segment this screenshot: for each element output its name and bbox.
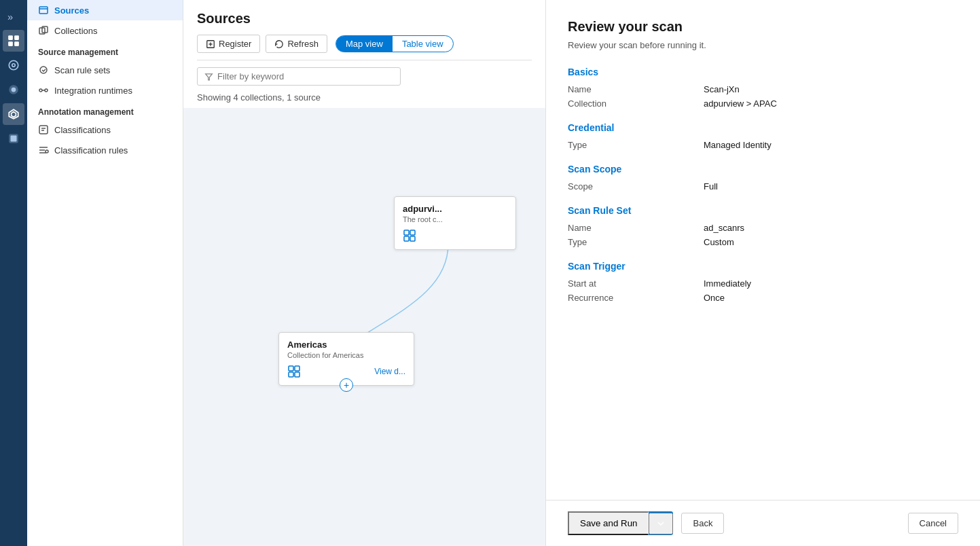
sidebar-item-scan-rule-sets[interactable]: Scan rule sets	[27, 60, 183, 80]
basics-section: Basics Name Scan-jXn Collection adpurvie…	[568, 67, 958, 109]
save-and-run-dropdown-button[interactable]	[649, 513, 673, 534]
view-toggle: Map view Table view	[335, 35, 454, 52]
scan-scope-label: Scope	[568, 181, 704, 192]
svg-rect-32	[410, 236, 415, 241]
sidebar-item-classifications[interactable]: Classifications	[27, 120, 183, 140]
home-nav-icon[interactable]	[3, 30, 24, 52]
review-title: Review your scan	[568, 19, 958, 35]
svg-rect-34	[295, 366, 300, 371]
basics-collection-row: Collection adpurview > APAC	[568, 98, 958, 109]
americas-grid-icon	[287, 365, 301, 378]
scan-rule-set-type-value: Custom	[704, 237, 734, 247]
basics-collection-value: adpurview > APAC	[704, 98, 777, 109]
scan-rule-set-section: Scan Rule Set Name ad_scanrs Type Custom	[568, 205, 958, 247]
adpurview-card-icons	[403, 229, 507, 242]
svg-point-18	[39, 89, 42, 92]
filter-bar	[183, 60, 545, 92]
policy-nav-icon[interactable]	[3, 128, 24, 149]
showing-count-text: Showing 4 collections, 1 source	[183, 92, 545, 108]
svg-rect-31	[404, 236, 409, 241]
svg-point-6	[12, 64, 16, 67]
page-title: Sources	[197, 11, 532, 26]
credential-type-row: Type Managed Identity	[568, 140, 958, 150]
svg-rect-1	[8, 35, 13, 40]
adpurview-card: adpurvi... The root c...	[394, 196, 516, 250]
scan-rule-set-name-row: Name ad_scanrs	[568, 223, 958, 233]
table-view-button[interactable]: Table view	[393, 36, 453, 52]
save-and-run-button-group: Save and Run	[568, 511, 673, 535]
scan-trigger-recurrence-value: Once	[704, 293, 725, 303]
scan-trigger-start-value: Immediately	[704, 278, 751, 289]
sidebar-item-integration-runtimes[interactable]: Integration runtimes	[27, 80, 183, 101]
basics-name-row: Name Scan-jXn	[568, 84, 958, 94]
basics-name-label: Name	[568, 84, 704, 94]
sidebar-item-collections[interactable]: Collections	[27, 20, 183, 41]
sidebar-item-sources[interactable]: Sources	[27, 0, 183, 20]
credential-section: Credential Type Managed Identity	[568, 122, 958, 150]
scan-trigger-recurrence-row: Recurrence Once	[568, 293, 958, 303]
svg-point-8	[12, 88, 16, 92]
svg-point-17	[40, 67, 47, 73]
back-button[interactable]: Back	[681, 513, 724, 534]
map-view-button[interactable]: Map view	[336, 36, 393, 52]
annotation-management-section: Annotation management	[27, 101, 183, 120]
source-management-section: Source management	[27, 41, 183, 60]
scan-scope-row: Scope Full	[568, 181, 958, 192]
svg-text:»: »	[7, 12, 13, 22]
refresh-button[interactable]: Refresh	[266, 35, 327, 53]
cancel-button[interactable]: Cancel	[908, 513, 958, 534]
credential-type-value: Managed Identity	[704, 140, 772, 150]
credential-type-label: Type	[568, 140, 704, 150]
save-and-run-button[interactable]: Save and Run	[568, 511, 649, 535]
svg-rect-3	[8, 41, 13, 46]
connector-lines	[183, 108, 545, 546]
scan-trigger-section-title: Scan Trigger	[568, 261, 958, 272]
scan-rule-set-name-value: ad_scanrs	[704, 223, 744, 233]
scan-scope-section-title: Scan Scope	[568, 164, 958, 175]
filter-input-wrapper	[197, 67, 401, 86]
svg-rect-13	[39, 7, 48, 14]
sidebar-item-classification-rules[interactable]: Classification rules	[27, 140, 183, 160]
svg-point-19	[45, 89, 48, 92]
svg-rect-29	[404, 230, 409, 235]
svg-rect-35	[289, 372, 293, 377]
svg-rect-33	[289, 366, 293, 371]
americas-card: Americas Collection for Americas View d.…	[278, 332, 414, 386]
scan-trigger-section: Scan Trigger Start at Immediately Recurr…	[568, 261, 958, 303]
scan-rule-set-type-row: Type Custom	[568, 237, 958, 247]
filter-icon	[204, 72, 213, 81]
americas-view-detail-link[interactable]: View d...	[374, 367, 405, 376]
svg-rect-12	[11, 136, 17, 142]
americas-card-title: Americas	[287, 340, 405, 350]
basics-section-title: Basics	[568, 67, 958, 77]
svg-point-24	[46, 150, 48, 153]
basics-collection-label: Collection	[568, 98, 704, 109]
sources-header: Sources Register Refresh Map view Tab	[183, 0, 545, 60]
adpurview-grid-icon	[403, 229, 416, 242]
svg-rect-4	[14, 41, 19, 46]
scan-trigger-recurrence-label: Recurrence	[568, 293, 704, 303]
svg-rect-30	[410, 230, 415, 235]
scan-rule-set-section-title: Scan Rule Set	[568, 205, 958, 216]
chevron-down-icon	[657, 520, 665, 528]
review-panel: Review your scan Review your scan before…	[545, 0, 980, 546]
review-subtitle: Review your scan before running it.	[568, 40, 958, 50]
scan-trigger-start-label: Start at	[568, 278, 704, 289]
americas-card-subtitle: Collection for Americas	[287, 351, 405, 359]
scan-rule-set-name-label: Name	[568, 223, 704, 233]
insights-nav-icon[interactable]	[3, 79, 24, 101]
toolbar: Register Refresh Map view Table view	[197, 35, 532, 60]
svg-point-5	[9, 60, 18, 70]
register-button[interactable]: Register	[197, 35, 260, 53]
sidebar: Sources Collections Source management Sc…	[27, 0, 183, 546]
datamap-nav-icon[interactable]	[3, 103, 24, 125]
scan-scope-value: Full	[704, 181, 718, 192]
review-panel-content: Review your scan Review your scan before…	[546, 0, 980, 500]
catalog-nav-icon[interactable]	[3, 54, 24, 76]
map-area: adpurvi... The root c... Americas Collec…	[183, 108, 545, 546]
expand-rail-button[interactable]: »	[3, 5, 24, 27]
adpurview-card-title: adpurvi...	[403, 204, 507, 214]
filter-keyword-input[interactable]	[217, 71, 393, 81]
americas-add-button[interactable]: +	[340, 378, 353, 392]
svg-rect-21	[39, 126, 48, 134]
